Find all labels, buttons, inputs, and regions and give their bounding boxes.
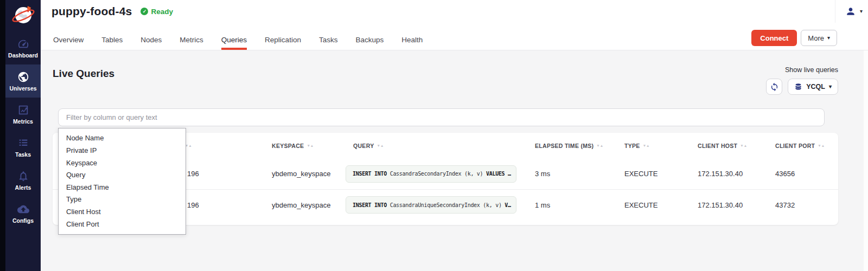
type-cell: EXECUTE xyxy=(617,170,690,178)
sidebar-item-label: Configs xyxy=(12,217,34,224)
col-header-client-host[interactable]: CLIENT HOST ▼▲ xyxy=(690,143,768,149)
sidebar: Dashboard Universes Metrics Tasks Alerts… xyxy=(5,0,41,271)
tab-tables[interactable]: Tables xyxy=(101,30,123,50)
filter-option-query[interactable]: Query xyxy=(59,169,186,181)
sort-icon: ▼▲ xyxy=(596,144,603,147)
col-header-type[interactable]: TYPE ▼▲ xyxy=(617,143,690,149)
yugabyte-logo-icon[interactable] xyxy=(11,4,35,28)
client-port-cell: 43656 xyxy=(768,170,838,178)
status-badge: ✓ Ready xyxy=(141,8,173,16)
refresh-icon xyxy=(770,82,779,92)
tab-backups[interactable]: Backups xyxy=(355,30,384,50)
tab-overview[interactable]: Overview xyxy=(53,30,84,50)
elapsed-cell: 1 ms xyxy=(527,201,617,209)
filter-option-private-ip[interactable]: Private IP xyxy=(59,145,186,157)
refresh-button[interactable] xyxy=(766,79,782,95)
content: Live Queries Show live queries YCQL ▾ No… xyxy=(41,50,868,271)
tab-replication[interactable]: Replication xyxy=(265,30,301,50)
sidebar-item-label: Dashboard xyxy=(8,52,38,59)
sort-icon: ▼▲ xyxy=(740,144,747,147)
filter-option-node-name[interactable]: Node Name xyxy=(59,132,186,144)
type-cell: EXECUTE xyxy=(617,201,690,209)
elapsed-cell: 3 ms xyxy=(527,170,617,178)
dashboard-icon xyxy=(17,38,29,50)
tab-queries[interactable]: Queries xyxy=(221,30,247,50)
filter-option-elapsed-time[interactable]: Elapsed Time xyxy=(59,182,186,193)
client-host-cell: 172.151.30.40 xyxy=(690,201,768,209)
scrollbar-track[interactable] xyxy=(864,50,868,271)
live-queries-title: Live Queries xyxy=(53,68,114,80)
tab-nodes[interactable]: Nodes xyxy=(141,30,162,50)
sort-icon: ▼▲ xyxy=(376,144,384,147)
caret-down-icon: ▾ xyxy=(860,9,863,14)
filter-option-client-port[interactable]: Client Port xyxy=(59,218,186,230)
user-icon xyxy=(845,6,856,17)
sort-icon: ▼▲ xyxy=(818,144,825,147)
api-selector-label: YCQL xyxy=(806,83,825,91)
query-code: INSERT INTO CassandraSecondaryIndex (k, … xyxy=(346,165,516,183)
filter-input[interactable] xyxy=(58,108,825,126)
status-label: Ready xyxy=(151,8,173,16)
user-menu[interactable]: ▾ xyxy=(835,0,863,23)
sidebar-item-alerts[interactable]: Alerts xyxy=(5,164,41,197)
metrics-icon xyxy=(17,104,29,116)
api-selector-dropdown[interactable]: YCQL ▾ xyxy=(788,79,838,95)
sidebar-item-label: Metrics xyxy=(13,118,33,125)
universes-icon xyxy=(17,71,29,83)
show-live-queries-label: Show live queries xyxy=(785,66,838,74)
col-header-query[interactable]: QUERY ▼▲ xyxy=(346,143,527,149)
filter-option-keyspace[interactable]: Keyspace xyxy=(59,157,186,169)
tab-health[interactable]: Health xyxy=(401,30,423,50)
sidebar-nav: Dashboard Universes Metrics Tasks Alerts… xyxy=(5,31,41,230)
tasks-icon xyxy=(17,137,29,149)
sidebar-item-tasks[interactable]: Tasks xyxy=(5,131,41,164)
query-code: INSERT INTO CassandraUniqueSecondaryInde… xyxy=(346,196,516,214)
sidebar-item-metrics[interactable]: Metrics xyxy=(5,98,41,131)
sidebar-item-label: Tasks xyxy=(15,151,31,158)
more-button-label: More xyxy=(808,34,824,42)
sidebar-item-label: Universes xyxy=(9,85,36,92)
universe-title: puppy-food-4s xyxy=(52,5,132,18)
client-port-cell: 43732 xyxy=(768,201,838,209)
alerts-icon xyxy=(17,170,29,182)
caret-down-icon: ▾ xyxy=(827,35,830,41)
query-cell: INSERT INTO CassandraUniqueSecondaryInde… xyxy=(346,196,527,214)
sort-icon: ▼▲ xyxy=(307,144,314,147)
keyspace-cell: ybdemo_keyspace xyxy=(264,201,346,209)
col-header-keyspace[interactable]: KEYSPACE ▼▲ xyxy=(264,143,346,149)
col-header-client-port[interactable]: CLIENT PORT ▼▲ xyxy=(768,143,838,149)
sidebar-item-configs[interactable]: Configs xyxy=(5,197,41,230)
tab-bar: Overview Tables Nodes Metrics Queries Re… xyxy=(53,30,441,50)
more-button[interactable]: More ▾ xyxy=(801,30,837,46)
sidebar-item-label: Alerts xyxy=(15,184,31,191)
keyspace-cell: ybdemo_keyspace xyxy=(264,170,346,178)
query-cell: INSERT INTO CassandraSecondaryIndex (k, … xyxy=(346,165,527,183)
check-icon: ✓ xyxy=(141,8,148,15)
connect-button[interactable]: Connect xyxy=(751,30,797,46)
col-header-elapsed-time[interactable]: ELAPSED TIME (MS) ▼▲ xyxy=(527,143,617,149)
tab-metrics[interactable]: Metrics xyxy=(180,30,203,50)
filter-option-type[interactable]: Type xyxy=(59,193,186,205)
sidebar-item-universes[interactable]: Universes xyxy=(5,64,41,98)
header: puppy-food-4s ✓ Ready ▾ Overview Tables … xyxy=(41,0,868,50)
sidebar-item-dashboard[interactable]: Dashboard xyxy=(5,31,41,64)
app-root: Dashboard Universes Metrics Tasks Alerts… xyxy=(0,0,868,271)
sort-icon: ▼▲ xyxy=(643,144,650,147)
configs-icon xyxy=(17,203,29,215)
window-edge-strip xyxy=(0,0,5,271)
caret-down-icon: ▾ xyxy=(829,84,832,89)
client-host-cell: 172.151.30.40 xyxy=(690,170,768,178)
tab-tasks[interactable]: Tasks xyxy=(319,30,338,50)
filter-option-client-host[interactable]: Client Host xyxy=(59,206,186,218)
database-icon xyxy=(794,83,802,91)
filter-dropdown: Node Name Private IP Keyspace Query Elap… xyxy=(58,128,186,235)
